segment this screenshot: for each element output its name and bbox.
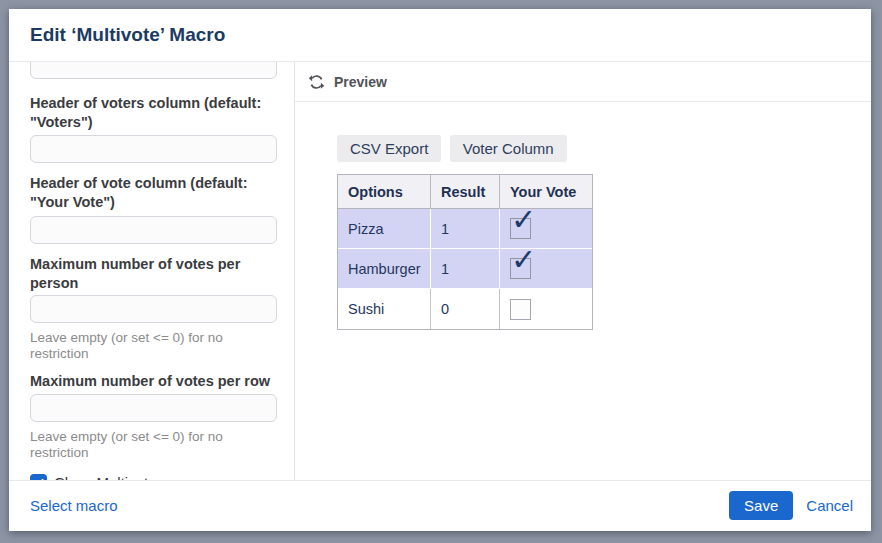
select-macro-link[interactable]: Select macro bbox=[30, 497, 118, 514]
column-header-result: Result bbox=[431, 175, 500, 209]
dialog-body: Header of voters column (default: "Voter… bbox=[9, 62, 871, 480]
vote-table: Options Result Your Vote Pizza 1 bbox=[337, 174, 593, 330]
cancel-link[interactable]: Cancel bbox=[806, 497, 853, 514]
voters-column-label: Header of voters column (default: "Voter… bbox=[30, 94, 288, 132]
check-icon bbox=[32, 476, 45, 480]
vote-cell bbox=[500, 249, 592, 289]
option-cell: Hamburger bbox=[338, 249, 431, 289]
column-header-options: Options bbox=[338, 175, 431, 209]
max-votes-person-input[interactable] bbox=[30, 295, 277, 323]
dialog-footer: Select macro Save Cancel bbox=[9, 480, 871, 529]
vote-column-input[interactable] bbox=[30, 216, 277, 244]
vote-column-label: Header of vote column (default: "Your Vo… bbox=[30, 174, 288, 212]
refresh-icon[interactable] bbox=[308, 74, 325, 90]
save-button[interactable]: Save bbox=[729, 491, 793, 520]
max-votes-person-label: Maximum number of votes per person bbox=[30, 255, 288, 293]
vote-checkbox[interactable] bbox=[510, 299, 531, 320]
max-votes-row-label: Maximum number of votes per row bbox=[30, 372, 288, 391]
dialog-title: Edit ‘Multivote’ Macro bbox=[30, 24, 225, 46]
edit-macro-dialog: Edit ‘Multivote’ Macro Header of voters … bbox=[9, 9, 871, 531]
preview-panel: Preview CSV Export Voter Column Options … bbox=[295, 62, 871, 480]
vote-table-header-row: Options Result Your Vote bbox=[338, 175, 592, 209]
csv-export-button[interactable]: CSV Export bbox=[337, 135, 441, 162]
voters-column-input[interactable] bbox=[30, 135, 277, 163]
dialog-header: Edit ‘Multivote’ Macro bbox=[9, 9, 871, 62]
table-row-sushi: Sushi 0 bbox=[338, 289, 592, 329]
result-cell: 1 bbox=[431, 249, 500, 289]
macro-form-panel: Header of voters column (default: "Voter… bbox=[9, 62, 295, 480]
option-cell: Sushi bbox=[338, 289, 431, 329]
option-cell: Pizza bbox=[338, 209, 431, 249]
vote-checkbox[interactable] bbox=[510, 258, 531, 279]
voter-column-button[interactable]: Voter Column bbox=[450, 135, 567, 162]
table-row-hamburger: Hamburger 1 bbox=[338, 249, 592, 289]
max-votes-row-input[interactable] bbox=[30, 394, 277, 422]
preview-header: Preview bbox=[295, 62, 871, 102]
close-multivote-label: Close Multivote bbox=[54, 474, 157, 480]
vote-cell bbox=[500, 289, 592, 329]
preview-title: Preview bbox=[334, 74, 387, 90]
result-cell: 0 bbox=[431, 289, 500, 329]
max-votes-row-helper: Leave empty (or set <= 0) for no restric… bbox=[30, 429, 276, 461]
close-multivote-checkbox[interactable] bbox=[30, 474, 47, 480]
table-row-pizza: Pizza 1 bbox=[338, 209, 592, 249]
vote-checkbox[interactable] bbox=[510, 218, 531, 239]
preview-content: CSV Export Voter Column Options Result Y… bbox=[295, 102, 871, 330]
result-cell: 1 bbox=[431, 209, 500, 249]
modal-overlay: Edit ‘Multivote’ Macro Header of voters … bbox=[0, 0, 882, 543]
close-multivote-row: Close Multivote bbox=[30, 474, 276, 480]
max-votes-person-helper: Leave empty (or set <= 0) for no restric… bbox=[30, 330, 276, 362]
scrolled-field-input[interactable] bbox=[30, 62, 277, 79]
